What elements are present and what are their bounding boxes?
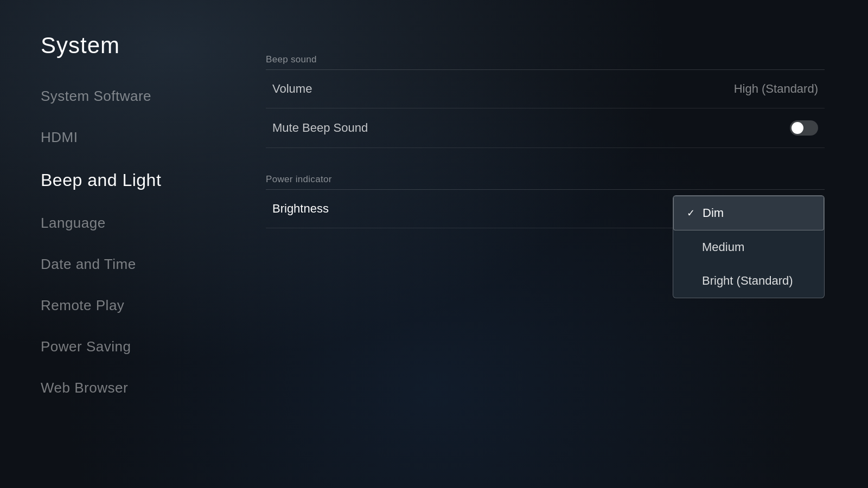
mute-beep-row[interactable]: Mute Beep Sound (266, 108, 825, 148)
sidebar-item-web-browser[interactable]: Web Browser (41, 368, 247, 409)
dropdown-item-dim[interactable]: ✓Dim (673, 196, 824, 230)
sidebar-item-language[interactable]: Language (41, 203, 247, 244)
brightness-label: Brightness (272, 202, 329, 216)
beep-sound-card: Volume High (Standard) Mute Beep Sound (266, 69, 825, 148)
power-indicator-section-label: Power indicator (266, 174, 825, 185)
power-indicator-section: Power indicator Brightness ✓Dim✓Medium✓B… (266, 174, 825, 228)
dropdown-option-label-medium: Medium (702, 240, 744, 254)
brightness-dropdown[interactable]: ✓Dim✓Medium✓Bright (Standard) (673, 195, 825, 298)
dropdown-option-label-bright: Bright (Standard) (702, 274, 793, 288)
section-spacer (266, 148, 825, 174)
dropdown-item-bright[interactable]: ✓Bright (Standard) (673, 264, 824, 298)
check-icon-dim: ✓ (687, 207, 695, 219)
mute-beep-toggle[interactable] (790, 120, 818, 136)
sidebar-item-hdmi[interactable]: HDMI (41, 117, 247, 158)
volume-row[interactable]: Volume High (Standard) (266, 70, 825, 108)
sidebar-item-remote-play[interactable]: Remote Play (41, 285, 247, 326)
volume-value: High (Standard) (734, 82, 818, 96)
sidebar-item-system-software[interactable]: System Software (41, 76, 247, 117)
mute-beep-label: Mute Beep Sound (272, 121, 368, 135)
page-title: System (41, 33, 120, 59)
toggle-knob (792, 122, 803, 134)
sidebar: System SoftwareHDMIBeep and LightLanguag… (41, 76, 247, 409)
sidebar-item-power-saving[interactable]: Power Saving (41, 326, 247, 368)
dropdown-item-medium[interactable]: ✓Medium (673, 230, 824, 264)
power-indicator-card: Brightness ✓Dim✓Medium✓Bright (Standard) (266, 189, 825, 228)
volume-label: Volume (272, 82, 312, 96)
sidebar-item-date-and-time[interactable]: Date and Time (41, 244, 247, 285)
sidebar-item-beep-and-light[interactable]: Beep and Light (41, 158, 247, 203)
dropdown-option-label-dim: Dim (703, 206, 724, 220)
beep-sound-section-label: Beep sound (266, 54, 825, 65)
main-content: Beep sound Volume High (Standard) Mute B… (266, 54, 825, 228)
brightness-row[interactable]: Brightness ✓Dim✓Medium✓Bright (Standard) (266, 190, 825, 228)
beep-sound-section: Beep sound Volume High (Standard) Mute B… (266, 54, 825, 148)
